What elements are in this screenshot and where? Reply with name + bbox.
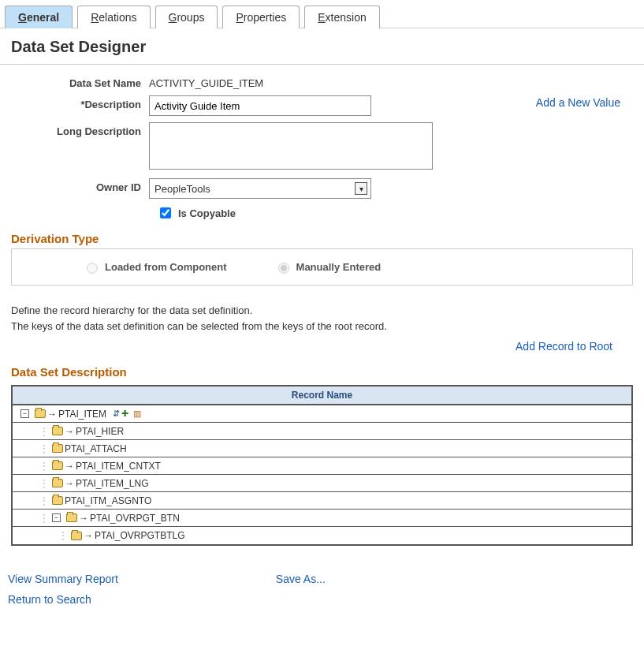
tree-row[interactable]: ⋮→PTAI_ITEM_CNTXT	[13, 457, 631, 475]
folder-icon	[66, 513, 77, 522]
description-input[interactable]	[149, 95, 371, 116]
tab-extension[interactable]: Extension	[304, 6, 380, 28]
folder-icon	[52, 427, 63, 435]
is-copyable-checkbox[interactable]	[160, 207, 171, 218]
instr-line1: Define the record hierarchy for the data…	[11, 303, 633, 319]
tree-node-label: PTAI_ITM_ASGNTO	[65, 495, 151, 506]
tree-box: Record Name −→PTAI_ITEM⇵✚▥⋮→PTAI_HIER⋮PT…	[11, 385, 633, 546]
arrow-icon: →	[65, 478, 74, 489]
tree-row[interactable]: ⋮→PTAI_OVRPGTBTLG	[13, 527, 631, 544]
tree-connector-icon: ⋮	[39, 513, 49, 524]
tree-connector-icon: ⋮	[39, 461, 49, 472]
return-to-search-link[interactable]: Return to Search	[8, 593, 118, 606]
add-new-value-link[interactable]: Add a New Value	[536, 96, 620, 109]
derivation-box: Loaded from Component Manually Entered	[11, 248, 633, 286]
sort-icon[interactable]: ⇵	[113, 409, 120, 419]
tree-header: Record Name	[13, 386, 631, 405]
tab-general[interactable]: General	[5, 6, 73, 28]
tree-row[interactable]: ⋮PTAI_ITM_ASGNTO	[13, 492, 631, 510]
folder-icon	[35, 409, 46, 418]
long-description-input[interactable]	[149, 122, 433, 170]
page-title: Data Set Designer	[0, 28, 644, 64]
form-area: Data Set Name ACTIVITY_GUIDE_ITEM *Descr…	[0, 65, 644, 224]
derivation-title: Derivation Type	[0, 224, 644, 248]
tab-general-rest: eneral	[27, 11, 59, 24]
tree-connector-icon: ⋮	[39, 478, 49, 489]
arrow-icon: →	[65, 426, 74, 437]
expander-icon[interactable]: −	[20, 409, 29, 418]
label-description: *Description	[11, 95, 149, 110]
tree-node-label: PTAI_ITEM_CNTXT	[76, 461, 161, 472]
folder-icon	[71, 532, 82, 540]
save-as-link[interactable]: Save As...	[276, 573, 326, 585]
tree-node-label: PTAI_HIER	[76, 426, 124, 437]
arrow-icon: →	[65, 461, 74, 472]
tree-connector-icon: ⋮	[39, 495, 49, 506]
bottom-links: View Summary Report Return to Search Sav…	[0, 549, 644, 618]
instr-line2: The keys of the data set definition can …	[11, 319, 633, 334]
folder-icon	[52, 444, 63, 453]
add-icon[interactable]: ✚	[121, 409, 128, 419]
label-data-set-name: Data Set Name	[11, 74, 149, 89]
tree-node-label: PTAI_ATTACH	[65, 443, 127, 454]
tree-row[interactable]: ⋮→PTAI_HIER	[13, 423, 631, 440]
owner-id-value: PeopleTools	[154, 183, 210, 195]
tree-connector-icon: ⋮	[39, 426, 49, 437]
tree-row[interactable]: ⋮PTAI_ATTACH	[13, 440, 631, 457]
arrow-icon: →	[47, 409, 57, 420]
tree-node-label: PTAI_OVRPGTBTLG	[95, 530, 184, 541]
label-manual: Manually Entered	[296, 261, 382, 273]
folder-icon	[52, 479, 63, 487]
label-long-description: Long Description	[11, 122, 149, 137]
tab-bar: General Relations Groups Properties Exte…	[0, 0, 644, 28]
tree-row[interactable]: ⋮→PTAI_ITEM_LNG	[13, 475, 631, 492]
add-record-to-root-link[interactable]: Add Record to Root	[516, 340, 612, 353]
folder-icon	[52, 496, 63, 505]
tree-node-label: PTAI_ITEM	[58, 409, 106, 420]
tree-row[interactable]: ⋮−→PTAI_OVRPGT_BTN	[13, 510, 631, 527]
folder-icon	[52, 461, 63, 470]
instructions: Define the record hierarchy for the data…	[0, 286, 644, 337]
value-data-set-name: ACTIVITY_GUIDE_ITEM	[149, 74, 633, 89]
radio-manual[interactable]	[278, 263, 289, 274]
properties-icon[interactable]: ▥	[133, 409, 141, 419]
expander-icon[interactable]: −	[52, 513, 61, 522]
owner-id-select[interactable]: PeopleTools ▾	[149, 178, 371, 199]
label-loaded: Loaded from Component	[105, 261, 227, 273]
tab-properties[interactable]: Properties	[222, 6, 300, 28]
view-summary-report-link[interactable]: View Summary Report	[8, 573, 118, 585]
tree-node-label: PTAI_OVRPGT_BTN	[90, 513, 180, 524]
tab-groups[interactable]: Groups	[155, 6, 218, 28]
tree-node-label: PTAI_ITEM_LNG	[76, 478, 148, 489]
label-owner-id: Owner ID	[11, 178, 149, 193]
arrow-icon: →	[79, 513, 88, 524]
radio-loaded[interactable]	[87, 263, 98, 274]
tree-row[interactable]: −→PTAI_ITEM⇵✚▥	[13, 405, 631, 423]
arrow-icon: →	[84, 530, 93, 541]
label-is-copyable: Is Copyable	[178, 207, 236, 219]
tree-title: Data Set Description	[0, 357, 644, 382]
tree-connector-icon: ⋮	[58, 530, 68, 541]
chevron-down-icon: ▾	[355, 182, 367, 195]
tree-connector-icon: ⋮	[39, 443, 49, 454]
tab-relations[interactable]: Relations	[77, 6, 150, 28]
